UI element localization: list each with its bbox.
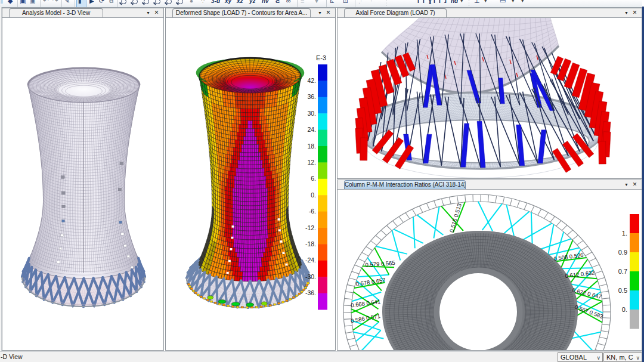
svg-text:0.515 0.513: 0.515 0.513	[448, 203, 463, 233]
snap-points-icon[interactable]: ⁘	[200, 0, 205, 7]
svg-text:1.: 1.	[622, 230, 627, 237]
close-icon[interactable]: ✕	[631, 181, 639, 188]
toolbar-separator	[386, 0, 386, 7]
dropdown-arrow-icon[interactable]: ▾	[521, 0, 524, 7]
frame-release-icon[interactable]: I	[434, 0, 435, 7]
toolbar-separator	[297, 0, 298, 7]
set-display-options-arrow[interactable]: ▼	[314, 0, 320, 7]
chevron-down-icon: ∨	[596, 354, 600, 362]
support-icon[interactable]: ⊥	[474, 0, 480, 7]
status-view-label: -D View	[1, 353, 23, 360]
disabled-tool-icon[interactable]: ⋰	[358, 0, 364, 7]
save-as-icon[interactable]: ▣	[30, 0, 35, 7]
units-value: KN, m, C	[606, 354, 633, 361]
tab-analysis-model[interactable]: Analysis Model - 3-D View	[9, 8, 103, 17]
close-icon[interactable]: ✕	[631, 9, 639, 17]
frame-release-icon[interactable]: I	[423, 0, 425, 7]
window-menu-icon[interactable]: ▼	[144, 9, 152, 17]
coordinate-system-dropdown[interactable]: GLOBAL ∨	[558, 352, 603, 362]
tabbar-axial-force: Axial Force Diagram (LOAD 7) ▼ ✕	[338, 8, 642, 18]
status-bar: -D View GLOBAL ∨ KN, m, C ∨	[0, 351, 644, 362]
zoom-rubber-band-icon[interactable]	[121, 0, 126, 4]
show-undeformed-icon[interactable]: ⧉	[109, 0, 113, 7]
window-menu-icon[interactable]: ▼	[316, 9, 324, 17]
toolbar-separator	[469, 0, 469, 7]
tabbar-deformed-shape: Deformed Shape (LOAD 7) - Contours for A…	[166, 8, 335, 18]
redo-icon[interactable]: ↷	[52, 0, 58, 7]
zoom-out-icon[interactable]	[166, 0, 172, 4]
zoom-previous-icon[interactable]	[144, 0, 149, 4]
tab-deformed-shape[interactable]: Deformed Shape (LOAD 7) - Contours for A…	[172, 8, 311, 17]
svg-text:24.: 24.	[307, 126, 316, 133]
display-window-icon[interactable]: ▭	[500, 0, 506, 7]
viewport-deformed-shape[interactable]: E-342.36.30.24.18.12.6.0.-6.-12.-18.-24.…	[166, 18, 335, 350]
frame-release-icon[interactable]: ɺ	[444, 0, 447, 7]
zoom-in-icon[interactable]	[155, 0, 160, 4]
svg-text:-24.: -24.	[305, 256, 316, 264]
close-icon[interactable]: ✕	[324, 9, 332, 17]
dropdown-arrow-icon[interactable]: ▾	[460, 0, 463, 7]
toolbar-separator	[75, 0, 75, 7]
svg-text:6.: 6.	[311, 175, 316, 182]
svg-text:0.5: 0.5	[618, 287, 627, 294]
view-xy-button[interactable]: xy	[225, 0, 231, 7]
zoom-restore-icon[interactable]	[132, 0, 138, 4]
assign-icon[interactable]: ⊾	[330, 0, 335, 7]
toolbar-separator	[355, 0, 355, 7]
pencil-icon[interactable]: ✎	[64, 0, 70, 7]
undo-icon[interactable]: ↶	[43, 0, 49, 7]
window-menu-icon[interactable]: ▼	[623, 9, 630, 17]
svg-text:42.: 42.	[307, 77, 316, 84]
view-xz-button[interactable]: xz	[237, 0, 243, 7]
tab-axial-force[interactable]: Axial Force Diagram (LOAD 7)	[344, 8, 447, 17]
select-combo-icon[interactable]: ⊡	[343, 0, 348, 7]
units-dropdown[interactable]: KN, m, C ∨	[603, 352, 642, 362]
frame-release-icon[interactable]: Ɩ	[439, 0, 441, 7]
svg-text:0.567 0.583: 0.567 0.583	[574, 304, 604, 320]
viewport-axial-force[interactable]	[338, 18, 642, 178]
view-yz-button[interactable]: yz	[249, 0, 256, 7]
svg-text:E-3: E-3	[316, 54, 326, 61]
svg-text:30.: 30.	[307, 110, 316, 117]
svg-text:-36.: -36.	[305, 289, 316, 296]
tab-interaction-ratios[interactable]: Column P-M-M Interaction Ratios (ACI 318…	[344, 180, 466, 189]
open-model-icon[interactable]: ◆	[8, 0, 13, 7]
rotate-view-icon[interactable]: Ƨ	[275, 0, 280, 7]
svg-text:18.: 18.	[307, 143, 316, 150]
svg-text:0.678 0.657: 0.678 0.657	[355, 277, 386, 287]
svg-text:36.: 36.	[307, 93, 316, 100]
svg-text:-12.: -12.	[305, 224, 316, 231]
dot-icon[interactable]: ·	[370, 0, 372, 7]
nd-label[interactable]: nd	[451, 0, 458, 7]
view-nv-button[interactable]: nv	[262, 0, 269, 7]
viewport-interaction-ratios[interactable]: 0.515 0.5130.508 0.5260.612 0.6320.622 0…	[338, 190, 642, 350]
window-menu-icon[interactable]: ▼	[623, 181, 630, 188]
panel-axial-force: Axial Force Diagram (LOAD 7) ▼ ✕	[337, 8, 642, 179]
run-analysis-icon[interactable]: ▶	[89, 0, 94, 7]
toolbar-separator	[17, 0, 18, 7]
zoom-full-icon[interactable]	[178, 0, 183, 4]
close-icon[interactable]: ✕	[153, 9, 160, 17]
toolbar-separator	[61, 0, 62, 7]
dropdown-arrow-icon[interactable]: ▾	[512, 0, 515, 7]
viewport-analysis-model[interactable]	[2, 18, 163, 350]
dropdown-arrow-icon[interactable]: ▾	[484, 0, 487, 7]
application-window: ▮◆▣▣↶↷✎▮▶⟳⧉●⁘3-dxyxzyznvƧ∞≡▼⊾⊡⋰·IIƔIƖɺnd…	[0, 0, 644, 362]
frame-release-icon[interactable]: Ɣ	[428, 0, 432, 7]
panel-analysis-model: Analysis Model - 3-D View ▼ ✕	[2, 8, 164, 351]
perspective-icon[interactable]: ∞	[286, 0, 291, 7]
tabbar-analysis-model: Analysis Model - 3-D View ▼ ✕	[2, 8, 163, 18]
svg-text:0.: 0.	[622, 306, 627, 313]
lock-model-icon[interactable]: ▮	[78, 0, 82, 7]
object-shrink-icon[interactable]: ≡	[301, 0, 304, 7]
refresh-icon[interactable]: ⟳	[99, 0, 104, 7]
clipboard-icon-fragment[interactable]: ▮	[0, 0, 4, 7]
frame-release-icon[interactable]: I	[417, 0, 419, 7]
view-3d-button[interactable]: 3-d	[211, 0, 220, 7]
coordinate-system-value: GLOBAL	[561, 354, 587, 361]
pan-icon[interactable]: ●	[190, 0, 193, 7]
save-icon[interactable]: ▣	[20, 0, 26, 7]
main-toolbar: ▮◆▣▣↶↷✎▮▶⟳⧉●⁘3-dxyxzyznvƧ∞≡▼⊾⊡⋰·IIƔIƖɺnd…	[0, 0, 642, 8]
svg-text:12.: 12.	[307, 159, 316, 166]
chevron-down-icon: ∨	[636, 354, 640, 362]
